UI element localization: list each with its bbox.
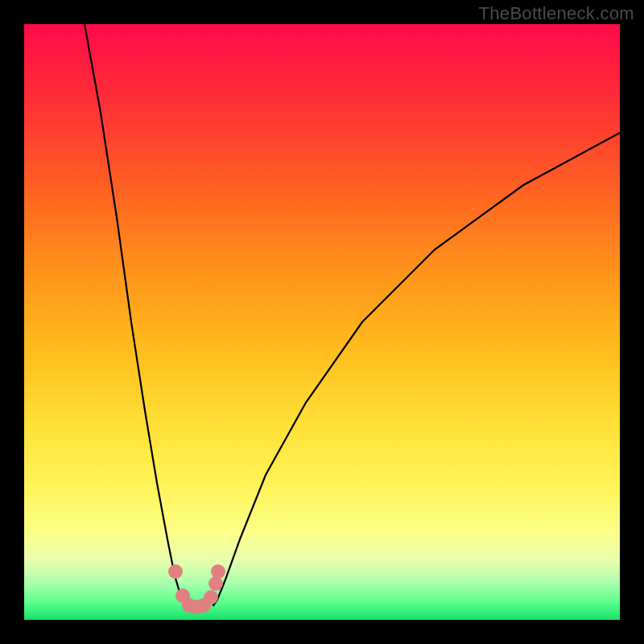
right-curve [213,133,620,605]
left-curve [85,24,193,605]
plot-area [24,24,620,620]
valley-dot [211,564,225,579]
watermark-text: TheBottleneck.com [479,3,634,24]
valley-dot [208,576,223,591]
valley-dot [204,590,218,605]
valley-dot [168,564,183,579]
chart-frame: TheBottleneck.com [0,0,644,644]
valley-dots [168,564,225,614]
curve-svg [24,24,620,620]
